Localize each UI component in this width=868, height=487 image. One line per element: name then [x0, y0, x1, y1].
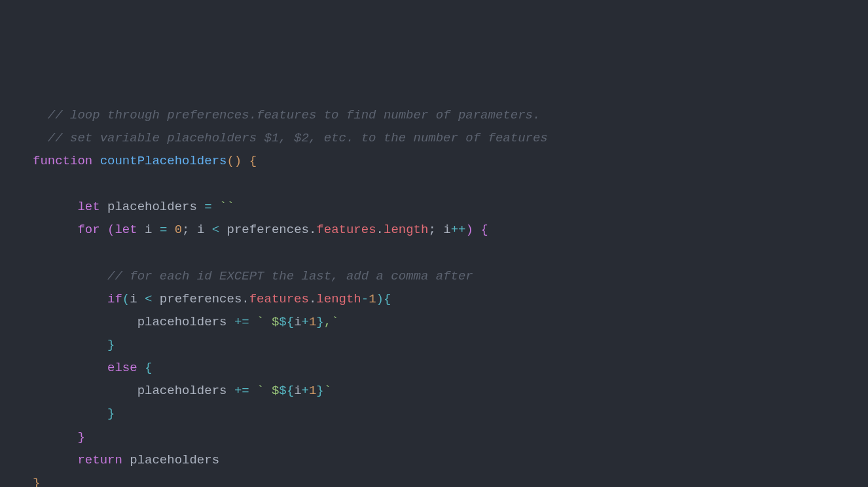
code-line: [33, 177, 40, 191]
operator: <: [145, 292, 152, 306]
code-line: // for each id EXCEPT the last, add a co…: [33, 269, 473, 283]
operator: -: [361, 292, 369, 306]
comment: // loop through preferences.features to …: [48, 108, 541, 122]
operator: <: [212, 223, 219, 237]
comment: // set variable placeholders $1, $2, etc…: [48, 131, 548, 145]
code-line: for (let i = 0; i < preferences.features…: [33, 223, 488, 237]
brace: {: [242, 154, 257, 168]
operator: +: [302, 315, 309, 329]
variable: i: [294, 384, 301, 398]
operator: =: [204, 200, 211, 214]
keyword-let: let: [115, 223, 137, 237]
code-line: return placeholders: [33, 453, 219, 467]
template-close: }: [316, 315, 323, 329]
variable: placeholders: [137, 384, 234, 398]
brace: }: [107, 338, 115, 352]
brace: }: [77, 430, 84, 444]
property: length: [316, 292, 361, 306]
operator: ++: [451, 223, 466, 237]
code-line: }: [33, 406, 115, 421]
number: 1: [369, 292, 376, 306]
backtick: `: [331, 315, 338, 329]
paren: ): [465, 223, 480, 237]
backtick: `: [324, 384, 331, 398]
property: features: [249, 292, 309, 306]
paren: (: [122, 292, 130, 306]
comment: // for each id EXCEPT the last, add a co…: [107, 269, 473, 283]
number: 1: [309, 384, 316, 398]
operator: +=: [234, 384, 249, 398]
code-line: // loop through preferences.features to …: [33, 108, 540, 122]
keyword-if: if: [107, 292, 122, 306]
code-line: if(i < preferences.features.length-1){: [33, 292, 391, 306]
paren: (): [226, 154, 242, 168]
variable: placeholders: [137, 315, 234, 329]
brace: {: [384, 292, 391, 306]
brace: {: [480, 223, 488, 237]
code-line: else {: [33, 361, 152, 375]
code-line: placeholders += ` $${i+1}`: [33, 384, 331, 398]
brace: }: [33, 476, 40, 487]
variable: i: [137, 223, 160, 237]
property: features: [316, 223, 376, 237]
object: preferences: [219, 223, 309, 237]
code-line: }: [33, 338, 115, 352]
variable: placeholders: [122, 453, 219, 467]
string-literal: $: [264, 384, 280, 398]
string-literal: ,: [324, 315, 331, 329]
paren: ): [376, 292, 384, 306]
backtick: `: [249, 384, 264, 398]
string: ``: [212, 200, 234, 214]
string-literal: $: [264, 315, 280, 329]
number: 1: [309, 315, 316, 329]
code-line: }: [33, 430, 85, 444]
keyword-for: for: [77, 223, 99, 237]
code-editor[interactable]: // loop through preferences.features to …: [33, 104, 868, 487]
code-line: function countPlaceholders() {: [33, 154, 257, 168]
brace: }: [107, 406, 115, 421]
backtick: `: [249, 315, 264, 329]
brace: {: [137, 361, 153, 375]
keyword-else: else: [107, 361, 137, 375]
variable: i: [130, 292, 145, 306]
variable: i: [294, 315, 301, 329]
keyword-let: let: [77, 200, 99, 214]
code-line: let placeholders = ``: [33, 200, 234, 214]
operator: +=: [234, 315, 249, 329]
template-open: ${: [279, 315, 294, 329]
code-line: }: [33, 476, 40, 487]
code-line: placeholders += ` $${i+1},`: [33, 315, 339, 329]
function-name: countPlaceholders: [100, 154, 227, 168]
operator: +: [302, 384, 309, 398]
object: preferences: [152, 292, 242, 306]
operator: =: [160, 223, 167, 237]
template-open: ${: [279, 384, 294, 398]
number: 0: [175, 223, 182, 237]
property: length: [384, 223, 428, 237]
code-line: [33, 245, 40, 260]
keyword-function: function: [33, 154, 92, 168]
variable: placeholders: [100, 200, 205, 214]
code-line: // set variable placeholders $1, $2, etc…: [33, 131, 548, 145]
paren: (: [100, 223, 115, 237]
keyword-return: return: [77, 453, 122, 467]
template-close: }: [316, 384, 323, 398]
